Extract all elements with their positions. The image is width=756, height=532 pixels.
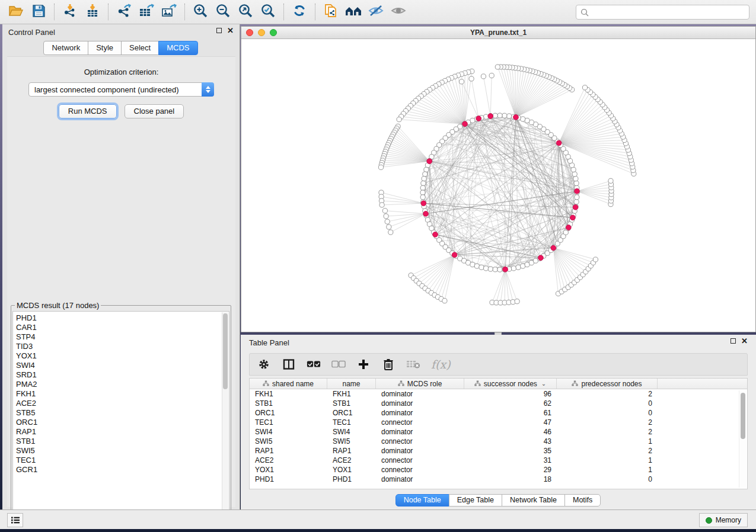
mcds-hub-node[interactable] <box>503 267 508 272</box>
float-panel-icon[interactable] <box>216 28 222 33</box>
table-row[interactable]: PHD1PHD1dominator180 <box>250 475 747 484</box>
tab-edge-table[interactable]: Edge Table <box>449 494 502 507</box>
table-row[interactable]: SWI4SWI4dominator462 <box>250 427 747 437</box>
export-network-button[interactable] <box>114 2 134 21</box>
open-session-button[interactable] <box>6 2 26 21</box>
mcds-hub-node[interactable] <box>462 121 468 127</box>
tab-network[interactable]: Network <box>43 41 88 55</box>
show-all-button[interactable] <box>388 2 409 21</box>
result-node[interactable]: STP4 <box>16 332 229 342</box>
result-node[interactable]: ACE2 <box>16 399 229 408</box>
network-node[interactable] <box>420 190 425 195</box>
clone-network-button[interactable] <box>321 2 341 21</box>
mcds-hub-node[interactable] <box>556 140 562 146</box>
network-graph[interactable] <box>241 39 755 332</box>
result-node[interactable]: RAP1 <box>16 427 229 437</box>
optimization-criterion-select[interactable]: largest connected component (undirected) <box>28 82 214 97</box>
tab-mcds[interactable]: MCDS <box>158 41 197 55</box>
result-node[interactable]: PMA2 <box>16 380 229 389</box>
first-neighbors-button[interactable] <box>343 2 363 21</box>
network-node[interactable] <box>421 181 426 185</box>
network-node[interactable] <box>582 85 587 90</box>
mcds-hub-node[interactable] <box>433 232 438 237</box>
zoom-out-button[interactable] <box>213 2 233 21</box>
network-node[interactable] <box>507 114 512 118</box>
network-node[interactable] <box>497 113 502 118</box>
window-close-icon[interactable] <box>246 29 253 36</box>
tab-motifs[interactable]: Motifs <box>564 494 601 507</box>
network-node[interactable] <box>574 200 579 204</box>
select-all-icon[interactable] <box>307 357 321 371</box>
column-header-name[interactable]: name <box>327 379 376 389</box>
network-node[interactable] <box>484 114 489 119</box>
network-node[interactable] <box>484 266 489 271</box>
mcds-hub-node[interactable] <box>513 114 519 120</box>
network-node[interactable] <box>385 219 390 224</box>
network-node[interactable] <box>420 195 425 200</box>
search-box[interactable] <box>576 5 749 20</box>
network-node[interactable] <box>574 181 579 185</box>
close-panel-button[interactable]: Close panel <box>125 104 184 118</box>
network-node[interactable] <box>388 230 393 235</box>
result-node[interactable]: ORC1 <box>16 418 229 427</box>
table-row[interactable]: RAP1RAP1dominator352 <box>250 446 747 456</box>
result-node[interactable]: GCR1 <box>16 465 229 475</box>
import-table-button[interactable] <box>82 2 103 21</box>
run-mcds-button[interactable]: Run MCDS <box>59 104 117 118</box>
search-input[interactable] <box>592 6 749 18</box>
memory-button[interactable]: Memory <box>699 513 748 527</box>
network-node[interactable] <box>469 76 474 81</box>
settings-gear-icon[interactable] <box>257 357 271 371</box>
network-node[interactable] <box>488 267 493 271</box>
mcds-hub-node[interactable] <box>421 201 426 206</box>
zoom-selected-button[interactable] <box>258 2 278 21</box>
add-column-icon[interactable] <box>356 357 371 371</box>
mcds-hub-node[interactable] <box>423 211 429 216</box>
table-row[interactable]: YOX1YOX1connector291 <box>250 465 747 475</box>
mcds-hub-node[interactable] <box>452 252 457 258</box>
network-node[interactable] <box>593 257 598 262</box>
refresh-button[interactable] <box>289 2 310 21</box>
network-node[interactable] <box>572 172 577 177</box>
result-list-scrollbar[interactable] <box>222 312 228 521</box>
table-row[interactable]: STB1STB1dominator620 <box>250 399 747 408</box>
table-row[interactable]: ORC1ORC1dominator610 <box>250 408 747 418</box>
zoom-in-button[interactable] <box>190 2 210 21</box>
network-node[interactable] <box>493 267 497 272</box>
export-table-button[interactable] <box>136 2 157 21</box>
network-node[interactable] <box>479 265 484 270</box>
network-node[interactable] <box>573 177 578 181</box>
mcds-hub-node[interactable] <box>573 204 578 210</box>
float-panel-icon[interactable] <box>731 338 736 344</box>
mcds-hub-node[interactable] <box>476 116 481 121</box>
network-node[interactable] <box>489 73 494 78</box>
network-node[interactable] <box>481 74 486 79</box>
result-node[interactable]: TEC1 <box>16 456 229 465</box>
network-window-titlebar[interactable]: YPA_prune.txt_1 <box>241 27 755 39</box>
network-node[interactable] <box>459 79 464 84</box>
network-node[interactable] <box>378 165 383 169</box>
result-node[interactable]: CAR1 <box>16 323 229 332</box>
column-header-mcds-role[interactable]: MCDS role <box>376 379 464 389</box>
column-header-predecessor-nodes[interactable]: predecessor nodes <box>557 379 658 389</box>
result-node[interactable]: YOX1 <box>16 351 229 361</box>
deselect-all-icon[interactable] <box>331 357 346 371</box>
result-node[interactable]: TID3 <box>16 342 229 351</box>
network-node[interactable] <box>502 113 507 118</box>
network-node[interactable] <box>495 65 500 69</box>
export-image-button[interactable] <box>159 2 179 21</box>
result-node[interactable]: SRD1 <box>16 370 229 380</box>
network-node[interactable] <box>497 267 502 272</box>
mcds-hub-node[interactable] <box>538 255 544 261</box>
network-node[interactable] <box>422 177 426 181</box>
mcds-hub-node[interactable] <box>575 188 580 194</box>
result-node[interactable]: STB5 <box>16 408 229 418</box>
network-node[interactable] <box>423 172 428 177</box>
delete-column-icon[interactable] <box>381 357 395 371</box>
network-node[interactable] <box>384 214 388 219</box>
network-node[interactable] <box>516 265 521 270</box>
mcds-hub-node[interactable] <box>488 114 493 119</box>
table-scrollbar[interactable] <box>739 390 746 488</box>
result-node[interactable]: PHD1 <box>16 313 229 323</box>
mcds-hub-node[interactable] <box>570 215 576 220</box>
